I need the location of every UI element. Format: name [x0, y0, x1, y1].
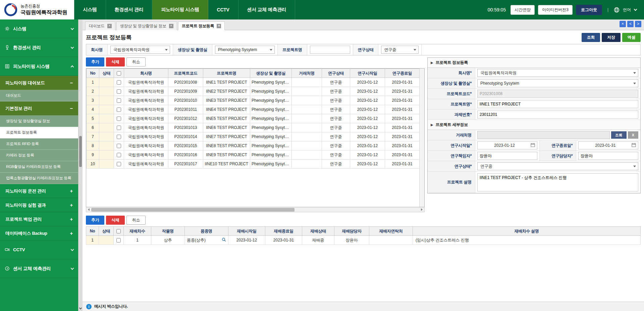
tab-close-icon[interactable]: ×	[217, 24, 221, 28]
sidebar-scrollbar-thumb[interactable]	[79, 136, 82, 167]
project-row[interactable]: 2국립원예특작과학원P202301009lINE2 TEST PROJECTPh…	[87, 87, 420, 96]
nav-env-sensor[interactable]: 환경센서 관리	[106, 0, 153, 19]
row-checkbox[interactable]	[117, 153, 121, 157]
end-date-input[interactable]: 2023-01-31	[578, 141, 638, 149]
add-button[interactable]: 추가	[86, 57, 104, 66]
row-checkbox[interactable]	[117, 126, 121, 130]
client-search-button[interactable]: 조회	[611, 131, 627, 139]
save-button[interactable]: 저장	[602, 33, 620, 42]
sidebar-item[interactable]: 피노타이핑 시스템	[0, 57, 78, 76]
scrollbar-thumb[interactable]	[91, 208, 294, 212]
nav-sensor-replace[interactable]: 센서 교체 예측관리	[238, 0, 296, 19]
language-chevron-down-icon[interactable]	[634, 8, 637, 11]
cultivation-delete-button[interactable]: 삭제	[106, 216, 124, 225]
close-all-tabs-button[interactable]: ×	[620, 21, 626, 27]
sidebar-section[interactable]: 피노타이핑 대쉬보드−	[0, 76, 78, 90]
row-checkbox[interactable]	[117, 98, 121, 103]
tab-growth-chamber-info[interactable]: 생장상 및 영상촬영실 정보 ×	[116, 21, 177, 30]
project-row[interactable]: 7국립원예특작과학원P202301014lINE7 TEST PROJECTPh…	[87, 132, 420, 141]
chamber-filter-select[interactable]: Phenotyping Sysytem	[215, 46, 275, 54]
project-row[interactable]: 8국립원예특작과학원P202301015lINE8 TEST PROJECTPh…	[87, 141, 420, 150]
globe-icon[interactable]	[614, 7, 620, 13]
company-filter-select[interactable]: 국립원예특작과학원	[110, 46, 170, 54]
company-select[interactable]: 국립원예특작과학원	[477, 69, 638, 77]
project-name-input[interactable]	[477, 100, 638, 108]
prev-tab-button[interactable]: <	[627, 21, 634, 27]
row-no: 5	[87, 114, 99, 123]
sidebar-section[interactable]: 피노타이핑 실험 결과+	[0, 198, 78, 212]
scroll-left-arrow[interactable]	[88, 208, 90, 211]
cultivation-row[interactable]: 1 1 상추 품종(상추)	[86, 236, 641, 245]
sidebar-item[interactable]: CCTV	[0, 240, 78, 259]
delete-button[interactable]: 삭제	[106, 57, 124, 66]
tab-close-icon[interactable]: ×	[107, 24, 112, 28]
cultivation-add-button[interactable]: 추가	[86, 216, 104, 225]
sidebar-sub-item[interactable]: 카메라 정보 등록	[0, 150, 78, 161]
sidebar-scrollbar[interactable]	[78, 19, 83, 311]
client-input[interactable]	[477, 131, 610, 139]
project-row[interactable]: 10국립원예특작과학원P202301017lINE10 TEST PROJECT…	[87, 160, 420, 169]
logout-button[interactable]: 로그아웃	[576, 5, 602, 15]
sidebar-sub-item[interactable]: 프로젝트 정보등록	[0, 127, 78, 138]
sidebar-item[interactable]: 센서 교체 예측관리	[0, 259, 78, 278]
variety-search-icon[interactable]	[222, 237, 226, 243]
manager-input[interactable]	[578, 152, 638, 160]
row-checkbox[interactable]	[117, 117, 121, 121]
sidebar-sub-item[interactable]: 엽록소형광촬영실 카메라좌표정보 등록	[0, 173, 78, 184]
description-textarea[interactable]: lINE1 TEST PROJECT - 상추 건조스트레스 진행	[477, 173, 638, 191]
sidebar-sub-item[interactable]: 생장상 및 영상촬영실 정보	[0, 116, 78, 127]
select-all-checkbox[interactable]	[116, 229, 121, 233]
account-button[interactable]: 아이티컨버전3	[538, 5, 573, 15]
sidebar-sub-item[interactable]: RGB촬영실 카메라좌표정보 등록	[0, 161, 78, 173]
excel-button[interactable]: 엑셀	[622, 33, 641, 42]
chamber-select[interactable]: Phenotyping Sysytem	[477, 79, 638, 87]
calendar-icon[interactable]	[632, 143, 636, 148]
start-date-input[interactable]: 2023-01-12	[477, 141, 537, 149]
search-button[interactable]: 조회	[582, 33, 600, 42]
row-checkbox[interactable]	[117, 162, 121, 166]
leader-input[interactable]	[477, 152, 537, 160]
project-row[interactable]: 9국립원예특작과학원P202301016lINE9 TEST PROJECTPh…	[87, 150, 420, 160]
project-horizontal-scrollbar[interactable]	[86, 207, 425, 212]
project-row[interactable]: 4국립원예특작과학원P202301011lINE4 TEST PROJECTPh…	[87, 105, 420, 114]
project-vertical-scrollbar[interactable]	[419, 69, 424, 207]
next-tab-button[interactable]: >	[635, 21, 641, 27]
tab-project-registration[interactable]: 프로젝트 정보등록 ×	[178, 21, 225, 30]
sidebar-sub-item[interactable]: 프로젝트 RFID 등록	[0, 138, 78, 150]
tab-dashboard[interactable]: 대쉬보드 ×	[85, 21, 115, 30]
sidebar-section[interactable]: 프로젝트 백업 관리+	[0, 212, 78, 226]
sidebar-section[interactable]: 데이타베이스 Backup+	[0, 226, 78, 240]
project-row[interactable]: 1국립원예특작과학원P202301008lINE1 TEST PROJECTPh…	[87, 78, 420, 87]
extend-time-button[interactable]: 시간연장	[511, 5, 535, 15]
sidebar-sub-item[interactable]: 대쉬보드	[0, 90, 78, 101]
sidebar-item[interactable]: 시스템	[0, 19, 78, 38]
row-checkbox[interactable]	[117, 107, 121, 112]
row-checkbox[interactable]	[117, 80, 121, 85]
sidebar-item[interactable]: 환경센서 관리	[0, 38, 78, 57]
project-row[interactable]: 6국립원예특작과학원P202301013lINE6 TEST PROJECTPh…	[87, 123, 420, 132]
research-status-select[interactable]: 연구중	[477, 162, 638, 170]
row-checkbox[interactable]	[117, 89, 121, 94]
row-checkbox[interactable]	[117, 135, 121, 139]
sidebar-scroll-down-arrow[interactable]	[79, 307, 82, 309]
tab-close-icon[interactable]: ×	[169, 24, 173, 28]
nav-phenotyping[interactable]: 피노타이핑 시스템	[152, 0, 208, 19]
nav-cctv[interactable]: CCTV	[208, 0, 238, 19]
sidebar-section[interactable]: 피노타이핑 운전 관리+	[0, 184, 78, 198]
project-row[interactable]: 5국립원예특작과학원P202301012lINE5 TEST PROJECTPh…	[87, 114, 420, 123]
scroll-right-arrow[interactable]	[421, 208, 423, 211]
nav-system[interactable]: 시스템	[74, 0, 106, 19]
row-checkbox[interactable]	[116, 238, 121, 242]
project-row[interactable]: 3국립원예특작과학원P202301010lINE3 TEST PROJECTPh…	[87, 96, 420, 105]
project-name-filter-input[interactable]	[310, 46, 350, 54]
language-label[interactable]: 언어	[623, 7, 631, 13]
sidebar-section[interactable]: 기본정보 관리−	[0, 101, 78, 116]
cancel-button[interactable]: 취소	[126, 57, 146, 66]
status-filter-select[interactable]: 연구중	[381, 46, 419, 54]
cultivation-cancel-button[interactable]: 취소	[126, 216, 146, 225]
client-clear-button[interactable]: X	[628, 131, 638, 139]
calendar-icon[interactable]	[531, 143, 535, 148]
task-number-input[interactable]	[477, 110, 638, 119]
row-checkbox[interactable]	[117, 144, 121, 148]
select-all-checkbox[interactable]	[117, 71, 121, 76]
